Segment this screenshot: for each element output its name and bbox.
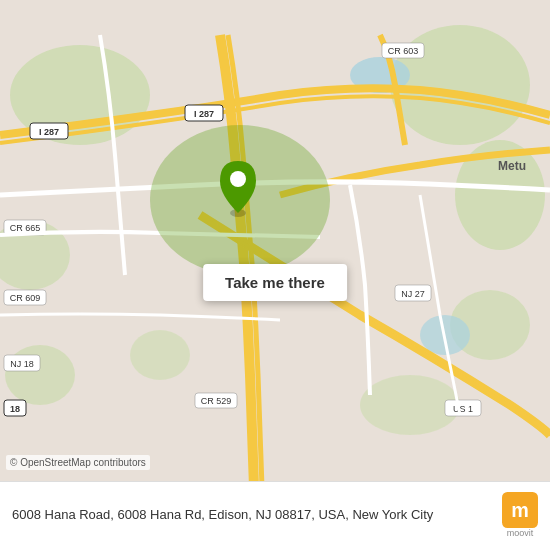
svg-text:CR 609: CR 609 bbox=[10, 293, 41, 303]
svg-text:I 287: I 287 bbox=[39, 127, 59, 137]
svg-point-34 bbox=[230, 171, 246, 187]
svg-text:18: 18 bbox=[10, 404, 20, 414]
take-me-there-button[interactable]: Take me there bbox=[203, 264, 347, 301]
svg-text:CR 529: CR 529 bbox=[201, 396, 232, 406]
svg-text:CR 603: CR 603 bbox=[388, 46, 419, 56]
svg-text:US 1: US 1 bbox=[453, 404, 473, 414]
svg-point-5 bbox=[5, 345, 75, 405]
svg-text:m: m bbox=[511, 499, 529, 521]
address-text: 6008 Hana Road, 6008 Hana Rd, Edison, NJ… bbox=[12, 506, 502, 524]
info-bar: 6008 Hana Road, 6008 Hana Rd, Edison, NJ… bbox=[0, 481, 550, 550]
svg-text:NJ 27: NJ 27 bbox=[401, 289, 425, 299]
map-container: I 287 I 287 CR 603 NJ 27 CR 665 CR 609 N… bbox=[0, 0, 550, 550]
svg-text:Metu: Metu bbox=[498, 159, 526, 173]
svg-text:NJ 18: NJ 18 bbox=[10, 359, 34, 369]
moovit-logo: m moovit bbox=[502, 492, 538, 538]
osm-attribution: © OpenStreetMap contributors bbox=[6, 455, 150, 470]
svg-text:I 287: I 287 bbox=[194, 109, 214, 119]
svg-point-6 bbox=[130, 330, 190, 380]
